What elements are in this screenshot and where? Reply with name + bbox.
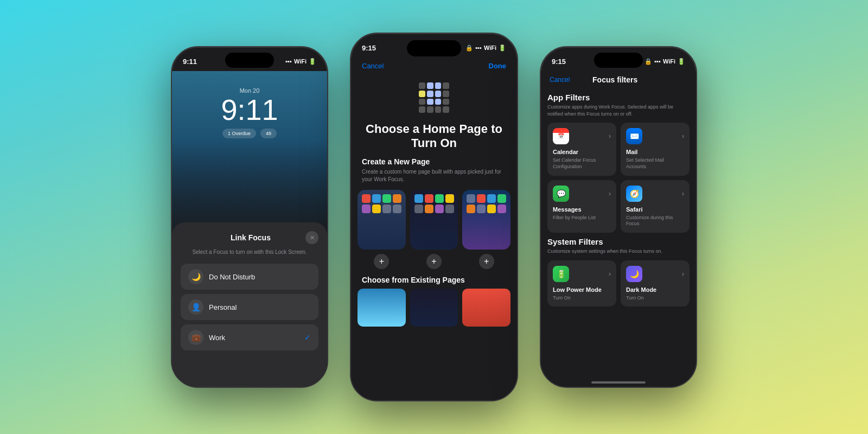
mail-desc: Set Selected Mail Accounts xyxy=(626,157,684,170)
thumb-icon xyxy=(445,205,454,213)
status-time-1: 9:11 xyxy=(183,58,197,66)
filter-card-mail-header: ✉️ › xyxy=(626,128,684,144)
existing-thumb-3[interactable] xyxy=(462,289,510,327)
existing-thumb-1[interactable] xyxy=(358,289,406,327)
thumb-icon xyxy=(414,205,423,213)
filter-card-calendar-header: 📅 › xyxy=(553,128,611,144)
ls-time: 9:11 xyxy=(221,95,278,124)
personal-label: Personal xyxy=(209,303,311,311)
thumb-icon xyxy=(445,194,454,203)
focus-item-dnd[interactable]: 🌙 Do Not Disturb xyxy=(181,264,318,290)
mail-chevron-icon: › xyxy=(682,132,684,140)
existing-row xyxy=(351,289,517,327)
battery-icon: 🔋 xyxy=(309,58,316,65)
home-page-thumb-2[interactable] xyxy=(410,190,458,250)
nav-title-3: Focus filters xyxy=(592,75,637,84)
phone-1: 9:11 ▪▪▪ WiFi 🔋 Mon 20 9:11 1 Overdue 48… xyxy=(171,46,328,388)
system-filters-title: System Filters xyxy=(547,237,690,246)
add-circle-icon-2: + xyxy=(426,254,442,269)
mail-app-icon: ✉️ xyxy=(626,128,642,144)
hero-cell xyxy=(435,91,442,97)
nav-bar-3: Cancel Focus filters xyxy=(541,71,696,88)
thumb-icon xyxy=(362,205,371,213)
thumb-icon xyxy=(393,194,401,203)
side-button-right-1 xyxy=(327,112,328,139)
add-btn-3[interactable]: + xyxy=(462,254,510,269)
filter-card-messages[interactable]: 💬 › Messages Filter by People List xyxy=(547,180,616,233)
filter-card-mail[interactable]: ✉️ › Mail Set Selected Mail Accounts xyxy=(621,123,690,175)
add-circle-icon-3: + xyxy=(479,254,494,269)
darkmode-sys-icon: 🌙 xyxy=(626,266,642,282)
focus-item-personal[interactable]: 👤 Personal xyxy=(181,294,318,320)
hero-cell xyxy=(435,82,442,89)
signal-icon-2: ▪▪▪ xyxy=(475,44,482,51)
home-page-thumb-3[interactable] xyxy=(462,190,510,250)
phone-3: 9:15 🔒 ▪▪▪ WiFi 🔋 Cancel Focus filters A… xyxy=(540,46,697,388)
messages-desc: Filter by People List xyxy=(553,215,611,221)
home-indicator-3 xyxy=(591,381,646,384)
status-time-2: 9:15 xyxy=(362,44,376,52)
filter-card-safari[interactable]: 🧭 › Safari Customize during this Focus xyxy=(621,180,690,233)
battery-icon-3: 🔋 xyxy=(678,58,685,65)
existing-thumb-2[interactable] xyxy=(410,289,458,327)
hero-cell xyxy=(427,91,433,97)
thumb-icon xyxy=(414,194,423,203)
safari-name: Safari xyxy=(626,206,684,213)
hero-cell xyxy=(419,82,425,89)
filter-card-darkmode[interactable]: 🌙 › Dark Mode Turn On xyxy=(621,260,690,307)
safari-desc: Customize during this Focus xyxy=(626,215,684,227)
filter-card-safari-header: 🧭 › xyxy=(626,186,684,202)
lock-icon-3: 🔒 xyxy=(644,58,652,65)
signal-icon-3: ▪▪▪ xyxy=(654,58,661,65)
side-button-left-2 xyxy=(350,88,351,104)
add-btn-2[interactable]: + xyxy=(410,254,458,269)
add-btn-1[interactable]: + xyxy=(358,254,406,269)
add-btn-row: + + + xyxy=(351,254,517,269)
wifi-icon-3: WiFi xyxy=(663,58,675,65)
hero-cell xyxy=(419,91,425,97)
messages-name: Messages xyxy=(553,206,611,213)
thumb-icon xyxy=(382,205,391,213)
hero-cell xyxy=(419,99,425,105)
status-icons-2: 🔒 ▪▪▪ WiFi 🔋 xyxy=(465,44,506,52)
thumb-icon xyxy=(487,205,496,213)
home-page-thumb-1[interactable] xyxy=(358,190,406,250)
nav-bar-2: Cancel Done xyxy=(351,58,517,75)
work-icon: 💼 xyxy=(188,330,203,345)
sheet-close-button[interactable]: ✕ xyxy=(305,231,318,244)
sheet-header: Link Focus ✕ xyxy=(181,231,318,244)
filters-content: App Filters Customize apps during Work F… xyxy=(541,88,696,377)
thumb-icons-3 xyxy=(467,194,506,213)
filter-card-battery[interactable]: 🔋 › Low Power Mode Turn On xyxy=(547,260,616,307)
thumb-icon xyxy=(497,194,506,203)
side-button-right-3 xyxy=(696,112,697,139)
thumb-icon xyxy=(435,205,444,213)
battery-chevron-icon: › xyxy=(609,270,611,278)
system-filters-desc: Customize system settings when this Focu… xyxy=(547,248,690,255)
thumb-icon xyxy=(372,205,381,213)
home-pages-row xyxy=(351,190,517,250)
thumb-icons-1 xyxy=(362,194,401,213)
messages-app-icon: 💬 xyxy=(553,186,569,202)
hero-cell xyxy=(427,106,433,113)
app-filters-grid: 📅 › Calendar Set Calendar Focus Configur… xyxy=(547,123,690,233)
hero-cell xyxy=(443,106,449,113)
cancel-button-3[interactable]: Cancel xyxy=(550,76,570,84)
cancel-button-2[interactable]: Cancel xyxy=(362,62,384,70)
calendar-desc: Set Calendar Focus Configuration xyxy=(553,157,611,170)
thumb-icon xyxy=(435,194,444,203)
phone-screen-3: Cancel Focus filters App Filters Customi… xyxy=(541,71,696,387)
thumb-icon xyxy=(372,194,381,203)
wifi-icon-2: WiFi xyxy=(484,44,496,51)
existing-label: Choose from Existing Pages xyxy=(351,276,517,284)
filter-card-calendar[interactable]: 📅 › Calendar Set Calendar Focus Configur… xyxy=(547,123,616,175)
focus-item-work[interactable]: 💼 Work ✓ xyxy=(181,324,318,350)
thumb-icons-2 xyxy=(414,194,454,213)
safari-app-icon: 🧭 xyxy=(626,186,642,202)
work-label: Work xyxy=(209,334,304,342)
filter-card-darkmode-header: 🌙 › xyxy=(626,266,684,282)
hero-cell xyxy=(443,82,449,89)
thumb-icon xyxy=(497,205,506,213)
thumb-icon xyxy=(477,194,486,203)
done-button-2[interactable]: Done xyxy=(489,62,507,70)
